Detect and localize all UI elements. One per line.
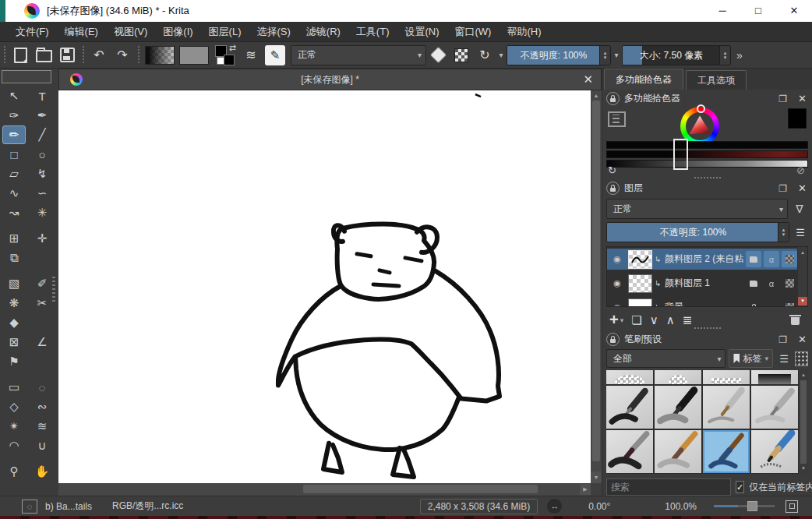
- statusbar-zoom-level[interactable]: 100.0%: [665, 501, 697, 512]
- text-tool[interactable]: T: [30, 86, 54, 105]
- rectangle-tool[interactable]: □: [2, 145, 26, 164]
- layer-thumbnail[interactable]: [628, 274, 652, 293]
- bezier-select-tool[interactable]: ◠: [2, 436, 26, 455]
- preset-eraser-soft[interactable]: [751, 370, 798, 384]
- preserve-alpha-button[interactable]: [451, 45, 471, 65]
- inherit-alpha-icon[interactable]: [746, 251, 761, 267]
- zoom-tool[interactable]: ⚲: [2, 462, 26, 481]
- layer-list-scrollbar[interactable]: ▲ ▼: [798, 247, 807, 306]
- zoom-slider-thumb[interactable]: [747, 501, 757, 511]
- no-color-icon[interactable]: ⊘: [796, 164, 805, 176]
- measure-tool[interactable]: ∠: [30, 333, 54, 351]
- crop-tool[interactable]: ⧉: [2, 249, 26, 267]
- subwindow-close-button[interactable]: ✕: [583, 69, 593, 90]
- menu-window[interactable]: 窗口(W): [447, 22, 500, 42]
- opacity-dropdown-arrow[interactable]: ▾: [612, 51, 621, 59]
- preset-display-menu-icon[interactable]: ☰: [776, 353, 792, 365]
- menu-select[interactable]: 选择(S): [249, 22, 298, 42]
- layer-blending-mode-dropdown[interactable]: 正常 ▾: [606, 199, 788, 219]
- menu-help[interactable]: 帮助(H): [499, 22, 549, 42]
- colorize-mask-tool[interactable]: ❋: [2, 294, 26, 312]
- color-selector-settings-icon[interactable]: [608, 111, 626, 127]
- layer-row-paint1[interactable]: ◉ ↳ 颜料图层 1 α: [607, 273, 797, 294]
- reference-images-tool[interactable]: ⚑: [2, 352, 26, 371]
- presets-docker-header[interactable]: 笔刷预设 ❐ ✕: [606, 332, 808, 347]
- statusbar-color-profile[interactable]: RGB/透明...rc.icc: [112, 500, 183, 513]
- float-docker-icon[interactable]: ❐: [778, 334, 787, 345]
- fill-tool[interactable]: ◆: [2, 313, 26, 332]
- blending-mode-dropdown[interactable]: 正常 ▾: [291, 45, 426, 65]
- brush-size-slider[interactable]: 大小: 7.50 像素 ▴ ▾: [622, 45, 731, 65]
- layers-docker-header[interactable]: 图层 ❐ ✕: [606, 181, 808, 196]
- lock-icon[interactable]: [606, 182, 620, 195]
- enclose-fill-tool[interactable]: ⊠: [2, 333, 26, 351]
- similar-color-select-tool[interactable]: ≋: [30, 417, 54, 436]
- preset-search-input[interactable]: [606, 478, 731, 496]
- layer-opacity-slider[interactable]: 不透明度: 100% ▴ ▾: [606, 222, 789, 242]
- ellipse-select-tool[interactable]: ◌: [30, 378, 54, 397]
- opacity-slider[interactable]: 不透明度: 100% ▴ ▾: [507, 45, 611, 65]
- multibrush-tool[interactable]: ✳: [30, 203, 54, 222]
- preset-pen-soft[interactable]: [751, 386, 798, 429]
- delete-layer-button[interactable]: [790, 314, 800, 326]
- freehand-select-tool[interactable]: ∾: [30, 397, 54, 416]
- lock-icon[interactable]: [606, 333, 620, 346]
- toolbar-grip[interactable]: [81, 46, 85, 65]
- inherit-alpha-icon[interactable]: [746, 275, 761, 291]
- move-tool[interactable]: ✛: [30, 229, 54, 248]
- alpha-channel-icon[interactable]: [782, 251, 797, 267]
- visibility-eye-icon[interactable]: ◉: [609, 302, 626, 307]
- toolbar-grip[interactable]: [2, 46, 6, 65]
- pan-tool[interactable]: ✋: [30, 462, 54, 481]
- alpha-lock-icon[interactable]: α: [764, 251, 779, 267]
- spin-down-icon[interactable]: ▾: [604, 55, 607, 60]
- add-layer-button[interactable]: +▾: [609, 311, 623, 329]
- layer-properties-button[interactable]: ≣: [683, 313, 693, 327]
- size-spinner[interactable]: ▴ ▾: [719, 46, 730, 65]
- color-bar-handle[interactable]: [673, 139, 688, 170]
- zoom-slider[interactable]: [714, 505, 775, 507]
- open-document-button[interactable]: [34, 45, 54, 65]
- toolbar-grip[interactable]: [136, 46, 140, 65]
- fit-page-button[interactable]: [786, 500, 798, 513]
- polygon-select-tool[interactable]: ◇: [2, 397, 26, 416]
- redo-button[interactable]: ↷: [112, 45, 132, 65]
- select-shapes-tool[interactable]: ↖: [2, 86, 26, 105]
- layer-name[interactable]: 颜料图层 1: [665, 277, 743, 290]
- scroll-down-icon[interactable]: ▼: [799, 464, 808, 474]
- scroll-up-icon[interactable]: ▲: [591, 90, 602, 101]
- foreground-background-colors[interactable]: ⇄: [214, 44, 236, 66]
- save-button[interactable]: [57, 45, 77, 65]
- spin-down-icon[interactable]: ▾: [782, 232, 786, 237]
- alpha-channel-icon[interactable]: [782, 275, 797, 291]
- statusbar-rotation[interactable]: 0.00°: [588, 501, 610, 512]
- maximize-button[interactable]: □: [740, 0, 776, 22]
- scroll-up-icon[interactable]: ▲: [798, 248, 807, 258]
- layer-lock-icon[interactable]: [746, 299, 761, 307]
- menu-view[interactable]: 视图(V): [106, 22, 155, 42]
- preset-brush-blender[interactable]: [655, 430, 701, 473]
- toolbar-overflow-button[interactable]: »: [736, 49, 743, 62]
- layer-options-menu-icon[interactable]: ☰: [793, 227, 808, 238]
- horizontal-scroll-thumb[interactable]: [303, 485, 538, 493]
- freehand-path-tool[interactable]: ∽: [30, 184, 54, 203]
- preset-pen-ink[interactable]: [606, 386, 653, 429]
- color-history-icon[interactable]: ↻: [608, 164, 616, 176]
- alpha-lock-icon[interactable]: α: [764, 299, 779, 307]
- float-docker-icon[interactable]: ❐: [778, 94, 787, 104]
- magnetic-select-tool[interactable]: ∪: [30, 436, 54, 455]
- pattern-chooser[interactable]: [179, 46, 209, 65]
- menu-file[interactable]: 文件(F): [8, 22, 57, 42]
- close-docker-icon[interactable]: ✕: [798, 334, 807, 345]
- visibility-eye-icon[interactable]: ◉: [609, 278, 626, 288]
- layer-thumbnail[interactable]: [628, 250, 652, 269]
- layer-name[interactable]: 背景: [665, 301, 743, 307]
- preset-grid-scrollbar[interactable]: ▲ ▼: [799, 370, 808, 474]
- preset-eraser-2[interactable]: [655, 370, 701, 384]
- dynamic-brush-tool[interactable]: ↝: [2, 203, 26, 222]
- close-button[interactable]: ✕: [776, 0, 812, 22]
- layer-thumbnail[interactable]: [628, 298, 652, 308]
- value-bar[interactable]: [606, 160, 808, 168]
- canvas-vertical-scrollbar[interactable]: ▲ ▼: [591, 90, 602, 483]
- scroll-down-icon[interactable]: ▼: [591, 471, 602, 483]
